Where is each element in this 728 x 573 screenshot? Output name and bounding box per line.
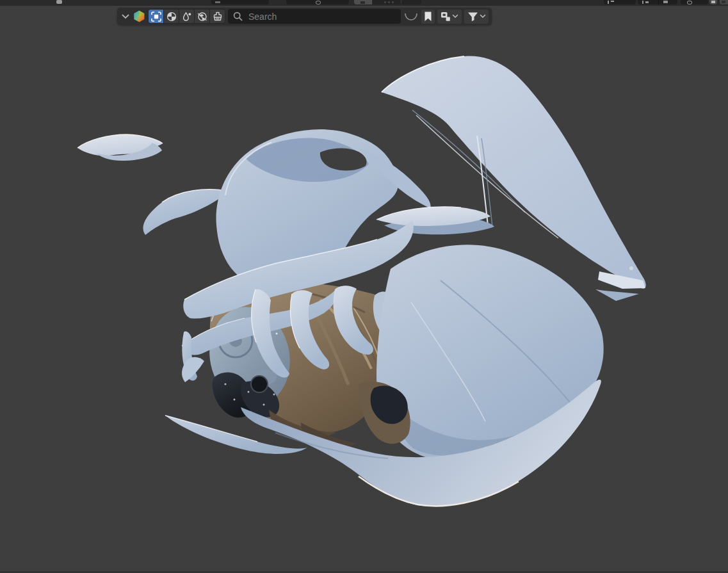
collapse-arc-button[interactable] (403, 10, 419, 24)
bookmark-icon (424, 12, 432, 22)
droplet-icon (182, 12, 192, 22)
search-input[interactable] (247, 11, 396, 22)
topbar-button-fragment[interactable] (709, 0, 717, 4)
topbar-button-fragment[interactable] (56, 0, 62, 4)
chevron-down-icon (480, 14, 486, 19)
floating-toolbar (117, 8, 492, 25)
bookmark-button[interactable] (421, 10, 435, 24)
topbar-button-fragment[interactable] (373, 0, 421, 4)
blender-window (0, 0, 728, 573)
topbar-button-fragment[interactable] (604, 0, 636, 4)
topbar-button-fragment[interactable] (354, 0, 372, 4)
toggle-fluid[interactable] (179, 10, 194, 23)
arc-icon (404, 12, 418, 20)
search-icon (233, 12, 243, 21)
search-box (228, 9, 401, 24)
asset-filter-toggle-group (148, 9, 225, 24)
checker-sphere-icon (166, 12, 177, 22)
chevron-down-icon (452, 14, 458, 19)
funnel-icon (467, 12, 478, 22)
globe-icon (197, 12, 207, 22)
toggle-brush[interactable] (210, 10, 225, 23)
chevron-down-icon (122, 14, 129, 19)
bracket-square-icon (151, 12, 161, 22)
viewport-3d[interactable] (0, 0, 728, 573)
toggle-object-select[interactable] (149, 10, 163, 23)
rainbow-hexagon-icon (133, 10, 145, 22)
topbar-button-fragment[interactable] (211, 0, 269, 4)
paintbrush-icon (213, 12, 223, 22)
topbar-button-fragment[interactable] (720, 0, 728, 4)
filter-button[interactable] (464, 10, 489, 24)
topbar-button-fragment[interactable] (286, 0, 349, 4)
toggle-world[interactable] (195, 10, 209, 23)
topbar-button-fragment[interactable] (638, 0, 677, 4)
editor-type-button[interactable] (133, 10, 145, 22)
collapse-toolbar-button[interactable] (120, 10, 131, 24)
topbar (0, 0, 728, 6)
topbar-button-fragment[interactable] (681, 0, 708, 4)
toggle-material[interactable] (164, 10, 179, 23)
layout-icon (441, 12, 451, 22)
display-mode-button[interactable] (437, 10, 462, 24)
